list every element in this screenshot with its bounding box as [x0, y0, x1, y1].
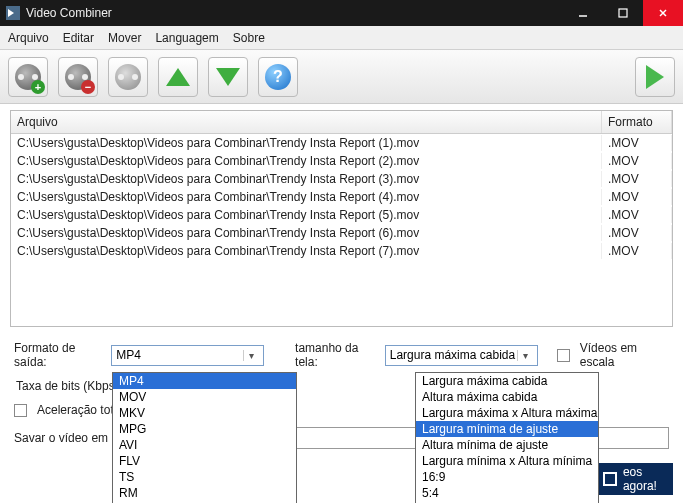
screen-option[interactable]: Largura mínima x Altura mínima [416, 453, 598, 469]
format-option[interactable]: MPG [113, 421, 296, 437]
column-arquivo[interactable]: Arquivo [11, 111, 602, 133]
cell-path: C:\Users\gusta\Desktop\Videos para Combi… [11, 207, 602, 223]
clear-button[interactable] [108, 57, 148, 97]
cell-path: C:\Users\gusta\Desktop\Videos para Combi… [11, 171, 602, 187]
screen-option[interactable]: Largura máxima cabida [416, 373, 598, 389]
menu-editar[interactable]: Editar [63, 31, 94, 45]
titlebar: Video Combiner [0, 0, 683, 26]
move-down-button[interactable] [208, 57, 248, 97]
window-title: Video Combiner [26, 6, 563, 20]
table-row[interactable]: C:\Users\gusta\Desktop\Videos para Combi… [11, 242, 672, 260]
help-button[interactable]: ? [258, 57, 298, 97]
table-row[interactable]: C:\Users\gusta\Desktop\Videos para Combi… [11, 152, 672, 170]
plus-icon: + [31, 80, 45, 94]
screen-size-dropdown[interactable]: Largura máxima cabidaAltura máxima cabid… [415, 372, 599, 503]
svg-rect-1 [619, 9, 627, 17]
format-option[interactable]: RM [113, 485, 296, 501]
column-formato[interactable]: Formato [602, 111, 672, 133]
go-button[interactable] [635, 57, 675, 97]
toolbar: + − ? [0, 50, 683, 104]
cell-path: C:\Users\gusta\Desktop\Videos para Combi… [11, 243, 602, 259]
table-body: C:\Users\gusta\Desktop\Videos para Combi… [11, 134, 672, 326]
screen-option[interactable]: 16:9 [416, 469, 598, 485]
menu-arquivo[interactable]: Arquivo [8, 31, 49, 45]
output-format-dropdown[interactable]: MP4MOVMKVMPGAVIFLVTSRMVOB [112, 372, 297, 503]
table-row[interactable]: C:\Users\gusta\Desktop\Videos para Combi… [11, 224, 672, 242]
save-label: Savar o vídeo em [14, 431, 108, 445]
menubar: Arquivo Editar Mover Languagem Sobre [0, 26, 683, 50]
bitrate-label: Taxa de bits (Kbps): [16, 379, 122, 393]
screen-option[interactable]: Altura máxima cabida [416, 389, 598, 405]
screen-size-label: tamanho da tela: [295, 341, 379, 369]
cell-format: .MOV [602, 153, 672, 169]
screen-option[interactable]: Largura máxima x Altura máxima [416, 405, 598, 421]
accel-checkbox[interactable] [14, 404, 27, 417]
cell-path: C:\Users\gusta\Desktop\Videos para Combi… [11, 225, 602, 241]
menu-mover[interactable]: Mover [108, 31, 141, 45]
minus-icon: − [81, 80, 95, 94]
remove-video-button[interactable]: − [58, 57, 98, 97]
output-format-value: MP4 [116, 348, 243, 362]
help-icon: ? [265, 64, 291, 90]
cell-format: .MOV [602, 189, 672, 205]
scale-videos-checkbox[interactable] [557, 349, 569, 362]
chevron-down-icon: ▾ [243, 350, 259, 361]
cell-path: C:\Users\gusta\Desktop\Videos para Combi… [11, 135, 602, 151]
format-option[interactable]: MOV [113, 389, 296, 405]
cell-format: .MOV [602, 171, 672, 187]
cell-format: .MOV [602, 207, 672, 223]
arrow-up-icon [166, 68, 190, 86]
table-row[interactable]: C:\Users\gusta\Desktop\Videos para Combi… [11, 134, 672, 152]
output-format-select[interactable]: MP4 ▾ [111, 345, 264, 366]
move-up-button[interactable] [158, 57, 198, 97]
table-row[interactable]: C:\Users\gusta\Desktop\Videos para Combi… [11, 170, 672, 188]
cell-path: C:\Users\gusta\Desktop\Videos para Combi… [11, 153, 602, 169]
close-button[interactable] [643, 0, 683, 26]
arrow-down-icon [216, 68, 240, 86]
table-row[interactable]: C:\Users\gusta\Desktop\Videos para Combi… [11, 188, 672, 206]
combine-button[interactable]: eos agora! [593, 463, 673, 495]
format-option[interactable]: AVI [113, 437, 296, 453]
screen-option[interactable]: Largura mínima de ajuste [416, 421, 598, 437]
format-option[interactable]: MP4 [113, 373, 296, 389]
cell-path: C:\Users\gusta\Desktop\Videos para Combi… [11, 189, 602, 205]
format-option[interactable]: TS [113, 469, 296, 485]
table-row[interactable]: C:\Users\gusta\Desktop\Videos para Combi… [11, 206, 672, 224]
screen-size-value: Largura máxima cabida [390, 348, 517, 362]
add-video-button[interactable]: + [8, 57, 48, 97]
combine-label: eos agora! [623, 465, 663, 493]
screen-option[interactable]: Altura mínima de ajuste [416, 437, 598, 453]
cell-format: .MOV [602, 243, 672, 259]
film-icon [603, 472, 617, 486]
disc-icon [115, 64, 141, 90]
cell-format: .MOV [602, 135, 672, 151]
scale-videos-label: Vídeos em escala [580, 341, 669, 369]
screen-size-select[interactable]: Largura máxima cabida ▾ [385, 345, 538, 366]
cell-format: .MOV [602, 225, 672, 241]
menu-languagem[interactable]: Languagem [155, 31, 218, 45]
screen-option[interactable]: 5:4 [416, 485, 598, 501]
file-table: Arquivo Formato C:\Users\gusta\Desktop\V… [10, 110, 673, 327]
menu-sobre[interactable]: Sobre [233, 31, 265, 45]
output-format-label: Formato de saída: [14, 341, 105, 369]
chevron-down-icon: ▾ [517, 350, 533, 361]
app-icon [6, 6, 20, 20]
format-option[interactable]: FLV [113, 453, 296, 469]
minimize-button[interactable] [563, 0, 603, 26]
format-option[interactable]: MKV [113, 405, 296, 421]
arrow-right-icon [646, 65, 664, 89]
maximize-button[interactable] [603, 0, 643, 26]
